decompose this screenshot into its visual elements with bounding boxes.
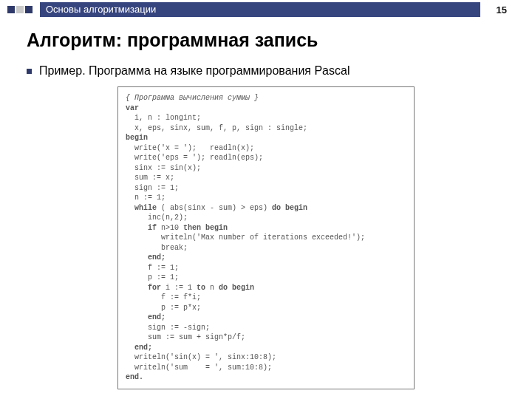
square-icon [16,6,24,13]
code-kw: if [126,224,157,232]
code-line: writeln('Max number of iterations exceed… [126,233,365,242]
square-icon [7,6,15,13]
code-line: p := p*x; [126,304,201,312]
code-line: f := f*i; [126,293,201,301]
code-text: n>10 [157,224,183,232]
code-line: inc(n,2); [126,214,188,222]
slide-header: Основы алгоритмизации 15 [0,0,532,19]
code-line: sinx := sin(x); [126,164,201,172]
code-line: end; [126,253,166,262]
code-text: i := 1 [161,284,197,292]
code-kw: for [126,284,161,292]
code-line: x, eps, sinx, sum, f, p, sign : single; [126,124,307,132]
breadcrumb: Основы алгоритмизации [40,2,480,17]
code-text: n [205,284,219,292]
page-title: Алгоритм: программная запись [27,30,510,51]
code-line: write('eps = '); readln(eps); [126,154,263,162]
page-number: 15 [480,4,510,16]
code-kw: do begin [272,204,307,212]
code-line: end. [126,373,143,381]
code-line: begin [126,134,148,142]
code-line: end; [126,344,152,352]
code-kw: do begin [219,284,254,292]
bullet-icon [27,69,32,74]
code-line: p := 1; [126,273,179,282]
code-line: sum := x; [126,174,174,182]
code-line: i, n : longint; [126,114,201,122]
code-line: sign := 1; [126,184,179,192]
bullet-item: Пример. Программа на языке программирова… [27,63,510,79]
code-line: n := 1; [126,194,166,202]
code-text: ( abs(sinx - sum) > eps) [157,204,272,212]
code-line: writeln('sin(x) = ', sinx:10:8); [126,353,276,361]
code-line: writeln('sum = ', sum:10:8); [126,364,272,372]
code-line: { Программа вычисления суммы } [126,94,259,102]
code-block: { Программа вычисления суммы } var i, n … [117,86,415,389]
code-line: end; [126,313,166,321]
code-line: var [126,104,139,112]
header-decor-squares [7,6,33,13]
code-line: sign := -sign; [126,324,210,332]
code-line: break; [126,244,188,252]
code-kw: then begin [183,224,228,232]
bullet-text: Пример. Программа на языке программирова… [39,63,349,79]
code-kw: to [197,284,205,292]
square-icon [25,6,33,13]
code-line: sum := sum + sign*p/f; [126,333,245,341]
code-line: write('x = '); readln(x); [126,144,254,152]
code-kw: while [126,204,157,212]
code-line: f := 1; [126,264,179,272]
